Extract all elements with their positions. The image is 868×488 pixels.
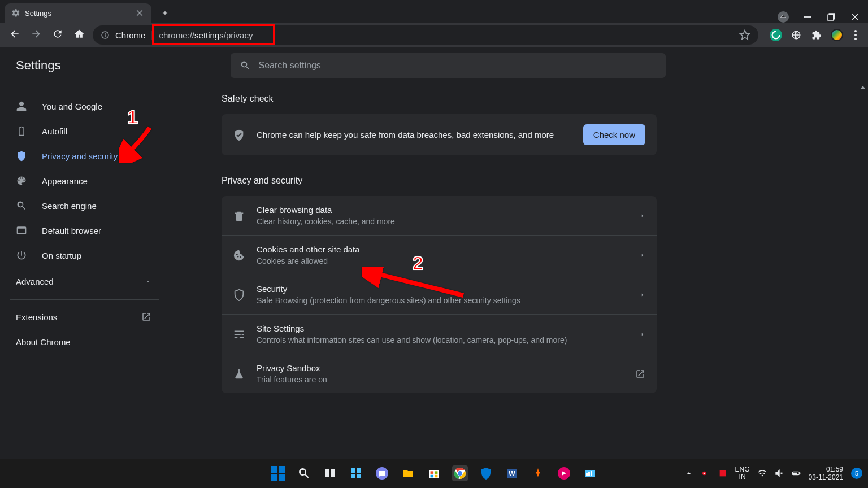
- sidebar-item-autofill[interactable]: Autofill: [0, 119, 170, 143]
- sidebar-item-you-and-google[interactable]: You and Google: [0, 94, 170, 119]
- taskbar-chat-icon[interactable]: [374, 465, 390, 481]
- page-title: Settings: [16, 58, 61, 73]
- volume-mute-icon[interactable]: [775, 469, 784, 478]
- row-title: Clear browsing data: [257, 205, 628, 215]
- chrome-menu-button[interactable]: [851, 30, 860, 40]
- power-icon: [16, 250, 27, 261]
- windows-taskbar: W ENGIN 01:5903-11-2021 5: [0, 459, 868, 488]
- svg-rect-9: [357, 474, 361, 478]
- extension-grammarly-icon[interactable]: [770, 29, 782, 41]
- check-now-button[interactable]: Check now: [583, 124, 645, 145]
- sidebar-extensions[interactable]: Extensions: [0, 304, 170, 329]
- taskbar-store-icon[interactable]: [426, 465, 442, 481]
- sidebar-item-default-browser[interactable]: Default browser: [0, 218, 170, 243]
- settings-search[interactable]: [231, 53, 666, 78]
- safety-check-card: Chrome can help keep you safe from data …: [222, 114, 657, 155]
- taskbar-app-1-icon[interactable]: [530, 465, 546, 481]
- home-button[interactable]: [73, 28, 85, 42]
- taskbar-datetime[interactable]: 01:5903-11-2021: [809, 465, 843, 482]
- row-site-settings[interactable]: Site Settings Controls what information …: [222, 315, 657, 354]
- taskbar-language[interactable]: ENGIN: [735, 466, 750, 481]
- taskbar-notification-count[interactable]: 5: [851, 468, 862, 479]
- taskbar-app-3-icon[interactable]: [582, 465, 598, 481]
- address-bar[interactable]: Chrome | chrome://settings/privacy: [93, 25, 758, 45]
- sidebar-item-privacy-and-security[interactable]: Privacy and security: [0, 143, 170, 168]
- row-title: Site Settings: [257, 324, 628, 333]
- taskbar-word-icon[interactable]: W: [504, 465, 520, 481]
- svg-rect-29: [793, 473, 797, 474]
- svg-rect-6: [351, 468, 355, 473]
- svg-rect-14: [431, 475, 434, 478]
- open-external-icon: [635, 369, 645, 379]
- scrollbar[interactable]: [859, 84, 867, 488]
- extensions-puzzle-icon[interactable]: [810, 29, 823, 41]
- row-title: Cookies and other site data: [257, 245, 628, 254]
- section-title-safety-check: Safety check: [222, 94, 657, 104]
- taskbar-app-2-icon[interactable]: [556, 465, 572, 481]
- scroll-up-icon[interactable]: [860, 86, 866, 89]
- flask-icon: [233, 368, 245, 380]
- row-cookies-and-other-site-data[interactable]: Cookies and other site data Cookies are …: [222, 236, 657, 275]
- settings-main: Safety check Chrome can help keep you sa…: [170, 84, 868, 488]
- svg-text:W: W: [509, 470, 515, 478]
- row-subtitle: Cookies are allowed: [257, 256, 628, 265]
- shield-icon: [16, 150, 27, 162]
- url-text: chrome://settings/privacy: [159, 30, 253, 40]
- browser-tab[interactable]: Settings: [5, 3, 151, 23]
- row-subtitle: Trial features are on: [257, 375, 624, 384]
- sidebar-item-label: Search engine: [42, 201, 97, 211]
- row-security[interactable]: Security Safe Browsing (protection from …: [222, 275, 657, 315]
- window-minimize-icon[interactable]: [802, 12, 813, 22]
- forward-button: [31, 28, 42, 42]
- taskbar-search-icon[interactable]: [296, 465, 312, 481]
- extension-globe-icon[interactable]: [790, 29, 802, 41]
- profile-circle-icon[interactable]: [778, 11, 789, 23]
- gear-icon: [11, 8, 20, 18]
- chevron-right-icon: [640, 332, 645, 337]
- sidebar-about-chrome[interactable]: About Chrome: [0, 329, 170, 354]
- taskbar-taskview-icon[interactable]: [322, 465, 338, 481]
- taskbar-overflow-icon[interactable]: [684, 469, 693, 478]
- taskbar-widgets-icon[interactable]: [348, 465, 364, 481]
- search-icon: [240, 60, 251, 71]
- taskbar-tray-icon[interactable]: [718, 469, 727, 478]
- battery-icon[interactable]: [792, 469, 801, 478]
- row-title: Security: [257, 284, 628, 294]
- window-maximize-icon[interactable]: [826, 12, 836, 22]
- section-title-privacy: Privacy and security: [222, 176, 657, 186]
- taskbar-onedrive-icon[interactable]: [701, 469, 710, 478]
- taskbar-chrome-icon[interactable]: [452, 465, 468, 481]
- svg-rect-0: [804, 16, 811, 18]
- profile-avatar[interactable]: [831, 29, 843, 41]
- svg-rect-2: [828, 15, 834, 20]
- sidebar-item-appearance[interactable]: Appearance: [0, 168, 170, 193]
- taskbar-explorer-icon[interactable]: [400, 465, 416, 481]
- tab-close-icon[interactable]: [134, 8, 145, 18]
- wifi-icon[interactable]: [758, 469, 767, 478]
- site-info-icon[interactable]: [101, 30, 110, 40]
- sidebar-item-label: Privacy and security: [42, 151, 118, 161]
- settings-search-input[interactable]: [259, 60, 657, 71]
- bookmark-star-icon[interactable]: [739, 29, 750, 41]
- window-close-icon[interactable]: [850, 12, 860, 22]
- sidebar-item-search-engine[interactable]: Search engine: [0, 193, 170, 218]
- row-clear-browsing-data[interactable]: Clear browsing data Clear history, cooki…: [222, 196, 657, 236]
- chevron-right-icon: [640, 213, 645, 219]
- svg-rect-13: [435, 471, 438, 474]
- row-privacy-sandbox[interactable]: Privacy Sandbox Trial features are on: [222, 354, 657, 393]
- palette-icon: [16, 175, 27, 186]
- sidebar-advanced[interactable]: Advanced: [0, 268, 170, 295]
- new-tab-button[interactable]: [157, 5, 173, 21]
- taskbar-start-button[interactable]: [270, 465, 286, 481]
- svg-point-17: [458, 471, 462, 476]
- sidebar-item-on-startup[interactable]: On startup: [0, 243, 170, 268]
- back-button[interactable]: [9, 28, 20, 42]
- chevron-down-icon: [145, 278, 151, 285]
- svg-rect-15: [435, 475, 438, 478]
- row-subtitle: Safe Browsing (protection from dangerous…: [257, 296, 628, 305]
- reload-button[interactable]: [52, 28, 63, 42]
- person-icon: [16, 101, 27, 112]
- settings-header: Settings: [0, 47, 868, 84]
- row-subtitle: Controls what information sites can use …: [257, 336, 628, 345]
- taskbar-security-icon[interactable]: [478, 465, 494, 481]
